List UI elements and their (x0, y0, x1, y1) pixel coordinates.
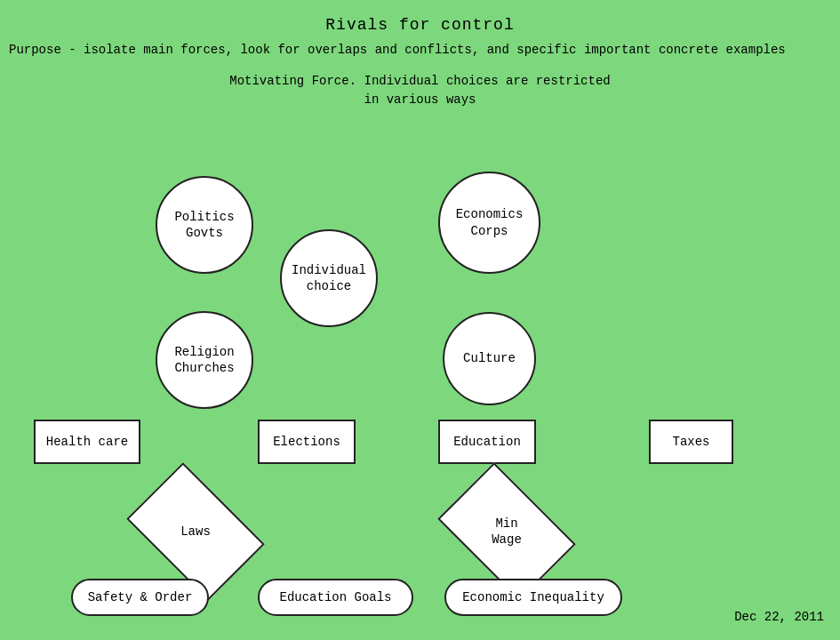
individual-circle: Individual choice (280, 229, 378, 327)
educationgoals-pill: Education Goals (258, 579, 413, 616)
motivating-text: Motivating Force. Individual choices are… (0, 72, 840, 109)
economics-circle: Economics Corps (438, 172, 540, 274)
politics-label: Politics Govts (174, 209, 234, 241)
economics-label: Economics Corps (456, 206, 524, 238)
safetyorder-pill: Safety & Order (71, 579, 209, 616)
minwage-label: Min Wage (492, 516, 522, 548)
healthcare-label: Health care (46, 434, 128, 450)
minwage-diamond: Min Wage (436, 487, 578, 576)
taxes-label: Taxes (672, 434, 709, 450)
culture-label: Culture (463, 350, 516, 366)
date-label: Dec 22, 2011 (734, 610, 824, 624)
econinequality-label: Economic Inequality (462, 589, 604, 605)
taxes-rect: Taxes (649, 420, 733, 464)
religion-circle: Religion Churches (156, 311, 253, 409)
individual-label: Individual choice (292, 262, 366, 294)
education-rect: Education (438, 420, 536, 464)
subtitle-text: Purpose - isolate main forces, look for … (0, 34, 840, 60)
elections-rect: Elections (258, 420, 356, 464)
laws-diamond: Laws (124, 487, 267, 576)
politics-circle: Politics Govts (156, 176, 253, 274)
culture-circle: Culture (443, 312, 536, 405)
elections-label: Elections (273, 434, 340, 450)
econinequality-pill: Economic Inequality (444, 579, 622, 616)
page-title: Rivals for control (0, 0, 840, 34)
healthcare-rect: Health care (34, 420, 140, 464)
educationgoals-label: Education Goals (279, 589, 391, 605)
laws-label: Laws (180, 524, 211, 540)
education-label: Education (453, 434, 521, 450)
religion-label: Religion Churches (174, 344, 234, 376)
safetyorder-label: Safety & Order (88, 589, 193, 605)
